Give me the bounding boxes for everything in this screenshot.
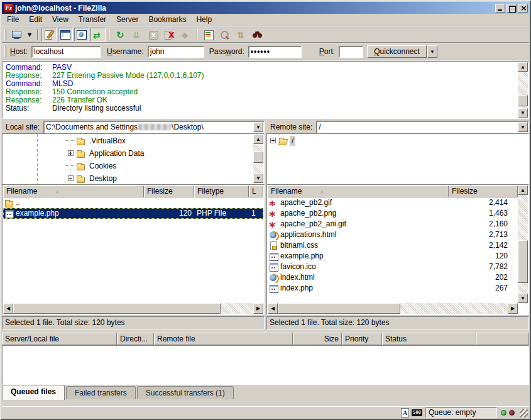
reconnect-icon[interactable] xyxy=(178,28,194,41)
scrollbar-thumb[interactable] xyxy=(253,152,263,163)
file-row[interactable]: .. xyxy=(3,197,263,208)
transfer-type-icon[interactable]: A xyxy=(401,408,409,417)
host-input[interactable] xyxy=(31,46,101,58)
cancel-operation-icon[interactable] xyxy=(146,28,161,41)
tree-expander[interactable] xyxy=(68,175,74,181)
tree-expander[interactable] xyxy=(270,138,276,143)
scroll-right-icon[interactable]: ▶ xyxy=(508,303,518,314)
scrollbar-thumb[interactable] xyxy=(518,240,528,283)
close-button[interactable] xyxy=(518,4,528,13)
queue-column-header[interactable]: Remote file xyxy=(154,333,293,345)
file-row[interactable]: apache_pb2.png 1,463 xyxy=(268,208,518,219)
file-row[interactable]: bitnami.css 2,142 xyxy=(268,240,518,251)
column-header[interactable]: L xyxy=(249,185,263,197)
queue-tab[interactable]: Queued files xyxy=(2,385,65,400)
scroll-down-icon[interactable]: ▼ xyxy=(518,108,528,118)
quickconnect-dropdown[interactable]: ▼ xyxy=(427,45,437,58)
minimize-button[interactable] xyxy=(495,4,505,13)
resize-grip[interactable] xyxy=(520,409,528,417)
menu-item[interactable]: Bookmarks xyxy=(143,14,191,26)
process-queue-icon[interactable] xyxy=(129,28,145,41)
file-row[interactable]: example.php 120 xyxy=(268,251,518,262)
menu-item[interactable]: Transfer xyxy=(74,14,111,26)
queue-column-header[interactable]: Status xyxy=(382,333,476,345)
menu-item[interactable]: Edit xyxy=(24,14,47,26)
scroll-right-icon[interactable]: ▶ xyxy=(253,303,263,314)
local-path-combo[interactable]: C:\Documents and Settings\Desktop\ ▼ xyxy=(43,121,265,133)
scrollbar-thumb[interactable] xyxy=(13,303,221,314)
site-manager-icon[interactable] xyxy=(9,28,25,41)
menu-item[interactable]: File xyxy=(2,14,24,26)
tree-item[interactable]: .VirtualBox xyxy=(3,135,253,147)
column-header[interactable]: Filesize xyxy=(144,185,194,197)
queue-column-header[interactable]: Priority xyxy=(342,333,382,345)
scroll-down-icon[interactable]: ▼ xyxy=(253,174,263,183)
scroll-down-icon[interactable]: ▼ xyxy=(518,294,528,303)
queue-column-header[interactable] xyxy=(476,333,529,345)
tree-expander[interactable] xyxy=(68,138,74,143)
site-manager-dropdown-icon[interactable] xyxy=(26,28,34,41)
synchronized-browsing-icon[interactable] xyxy=(234,28,249,41)
menu-item[interactable]: View xyxy=(47,14,74,26)
quickconnect-button[interactable]: Quickconnect xyxy=(367,45,427,58)
file-row[interactable]: favicon.ico 7,782 xyxy=(268,262,518,272)
remote-path-combo[interactable]: / ▼ xyxy=(316,121,529,133)
file-row[interactable]: applications.html 2,713 xyxy=(268,229,518,240)
scroll-up-icon[interactable]: ▲ xyxy=(518,62,528,72)
column-header[interactable]: Filename▲ xyxy=(268,185,449,197)
tree-expander[interactable] xyxy=(68,163,74,169)
tree-item[interactable]: Application Data xyxy=(3,147,253,160)
disconnect-icon[interactable] xyxy=(162,28,177,41)
local-hscrollbar[interactable]: ◀ ▶ xyxy=(3,303,263,314)
combo-dropdown-icon[interactable]: ▼ xyxy=(253,122,263,132)
toolbar-button[interactable] xyxy=(197,29,198,40)
menu-item[interactable]: Help xyxy=(191,14,217,26)
toolbar-button[interactable] xyxy=(109,29,110,40)
queue-tab[interactable]: Failed transfers xyxy=(66,386,136,399)
toggle-remote-tree-icon[interactable] xyxy=(74,28,89,41)
scroll-left-icon[interactable]: ◀ xyxy=(3,303,13,314)
scroll-up-icon[interactable]: ▲ xyxy=(518,185,528,195)
file-row[interactable]: apache_pb2.gif 2,414 xyxy=(268,197,518,208)
file-row[interactable]: apache_pb2_ani.gif 2,160 xyxy=(268,219,518,229)
remote-vscrollbar[interactable]: ▲ ▼ xyxy=(518,185,528,303)
maximize-button[interactable] xyxy=(506,4,517,13)
port-input[interactable] xyxy=(339,46,363,58)
toggle-transfer-queue-icon[interactable] xyxy=(90,28,106,41)
queue-column-header[interactable]: Server/Local file xyxy=(2,333,117,345)
log-scrollbar[interactable]: ▲ ▼ xyxy=(518,62,528,118)
tree-item[interactable]: Cookies xyxy=(3,160,253,172)
toolbar-grip[interactable] xyxy=(4,29,6,40)
directory-comparison-icon[interactable] xyxy=(217,28,233,41)
queue-column-header[interactable]: Directi... xyxy=(117,333,154,345)
queue-column-header[interactable]: Size xyxy=(293,333,342,345)
combo-dropdown-icon[interactable]: ▼ xyxy=(518,122,528,132)
scrollbar-thumb[interactable] xyxy=(278,303,400,314)
local-tree-scrollbar[interactable]: ▲ ▼ xyxy=(253,135,263,183)
column-header[interactable]: Filename▲ xyxy=(3,185,144,197)
tree-item[interactable]: Desktop xyxy=(3,172,253,183)
refresh-icon[interactable] xyxy=(113,28,128,41)
quickconnect-grip[interactable] xyxy=(4,46,6,57)
speed-limits-icon[interactable]: 500 xyxy=(412,409,422,416)
column-header[interactable]: Filesize xyxy=(449,185,518,197)
column-header[interactable]: Filetype xyxy=(194,185,249,197)
tree-item[interactable]: / xyxy=(268,135,528,147)
file-row[interactable]: index.html 202 xyxy=(268,272,518,283)
username-input[interactable] xyxy=(148,46,204,58)
file-row[interactable]: example.php 120 PHP File 1 xyxy=(3,208,263,219)
file-row[interactable]: index.php 267 xyxy=(268,283,518,294)
scrollbar-thumb[interactable] xyxy=(518,95,528,106)
toolbar-button[interactable] xyxy=(37,29,38,40)
toggle-local-tree-icon[interactable] xyxy=(58,28,73,41)
toggle-message-log-icon[interactable] xyxy=(41,28,57,41)
find-files-icon[interactable] xyxy=(250,28,265,41)
scroll-left-icon[interactable]: ◀ xyxy=(268,303,278,314)
scroll-up-icon[interactable]: ▲ xyxy=(253,135,263,144)
queue-tab[interactable]: Successful transfers (1) xyxy=(137,386,234,399)
remote-hscrollbar[interactable]: ◀ ▶ xyxy=(268,303,518,314)
password-input[interactable] xyxy=(248,46,302,58)
menu-item[interactable]: Server xyxy=(111,14,143,26)
tree-expander[interactable] xyxy=(68,150,74,156)
directory-listing-filters-icon[interactable] xyxy=(201,28,216,41)
